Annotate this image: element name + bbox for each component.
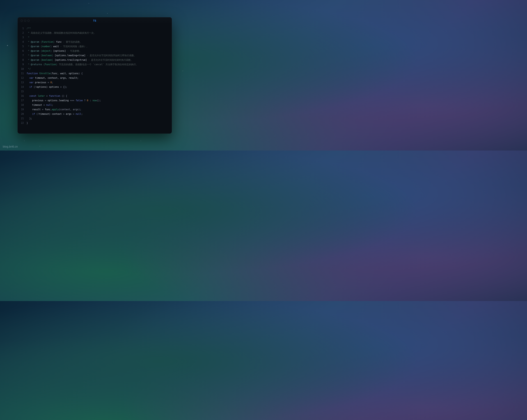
bg-dot xyxy=(24,140,24,141)
code-line: if (!timeout) context = args = null; xyxy=(27,112,169,116)
code-line: previous = options.leading === false ? 0… xyxy=(27,98,169,103)
traffic-lights xyxy=(18,20,30,22)
line-number: 11 xyxy=(18,71,24,76)
line-number: 5 xyxy=(18,44,24,49)
line-number: 13 xyxy=(18,80,24,85)
watermark-text: blog.bri6.cn xyxy=(3,145,18,148)
bg-dot xyxy=(7,45,8,46)
bg-dot xyxy=(88,3,89,4)
line-number: 1 xyxy=(18,26,24,31)
bg-dot xyxy=(107,13,108,14)
code-line: } xyxy=(27,121,169,125)
code-line: * xyxy=(27,35,169,40)
code-line xyxy=(27,89,169,94)
code-line: }; xyxy=(27,116,169,121)
line-number: 9 xyxy=(18,62,24,67)
code-line: * @param {Function} func - 要节流的函数。 xyxy=(27,40,169,44)
code-editor: 12345678910111213141516171819202122 /** … xyxy=(18,24,172,125)
line-number: 14 xyxy=(18,85,24,89)
line-number: 22 xyxy=(18,121,24,125)
code-window: TS 12345678910111213141516171819202122 /… xyxy=(18,17,172,134)
code-line: * @param {boolean} [options.leading=true… xyxy=(27,53,169,58)
line-number: 10 xyxy=(18,67,24,71)
line-number: 20 xyxy=(18,112,24,116)
titlebar: TS xyxy=(18,17,172,24)
code-line: * 高级自定义节流函数，限制函数在指定时间段内最多执行一次。 xyxy=(27,31,169,35)
window-zoom-button[interactable] xyxy=(28,20,30,22)
code-line: function throttle(func, wait, options) { xyxy=(27,71,169,76)
line-number: 12 xyxy=(18,76,24,80)
line-number: 2 xyxy=(18,31,24,35)
code-line: var timeout, context, args, result; xyxy=(27,76,169,80)
line-number: 16 xyxy=(18,94,24,98)
window-title: TS xyxy=(93,19,96,22)
bg-dot xyxy=(141,140,141,141)
code-line: * @param {boolean} [options.trailing=tru… xyxy=(27,58,169,62)
line-number-gutter: 12345678910111213141516171819202122 xyxy=(18,26,27,125)
bg-dot xyxy=(40,146,40,146)
line-number: 19 xyxy=(18,107,24,112)
code-line: * @returns {Function} 节流后的函数。该函数包含一个 `ca… xyxy=(27,62,169,67)
code-line: * @param {object} [options] - 可选参数。 xyxy=(27,49,169,53)
line-number: 15 xyxy=(18,89,24,94)
line-number: 6 xyxy=(18,49,24,53)
code-line: const later = function () { xyxy=(27,94,169,98)
bg-dot xyxy=(183,71,183,71)
code-line: result = func.apply(context, args); xyxy=(27,107,169,112)
code-line: /** xyxy=(27,26,169,31)
code-line: timeout = null; xyxy=(27,103,169,107)
code-line: var previous = 0; xyxy=(27,80,169,85)
line-number: 3 xyxy=(18,35,24,40)
line-number: 7 xyxy=(18,53,24,58)
line-number: 21 xyxy=(18,116,24,121)
code-line: if (!options) options = {}; xyxy=(27,85,169,89)
code-content[interactable]: /** * 高级自定义节流函数，限制函数在指定时间段内最多执行一次。 * * @… xyxy=(27,26,172,125)
line-number: 18 xyxy=(18,103,24,107)
line-number: 17 xyxy=(18,98,24,103)
code-line: * @param {number} wait - 节流时间间隔（毫秒）。 xyxy=(27,44,169,49)
line-number: 8 xyxy=(18,58,24,62)
window-minimize-button[interactable] xyxy=(24,20,26,22)
code-line: */ xyxy=(27,67,169,71)
line-number: 4 xyxy=(18,40,24,44)
window-close-button[interactable] xyxy=(21,20,23,22)
